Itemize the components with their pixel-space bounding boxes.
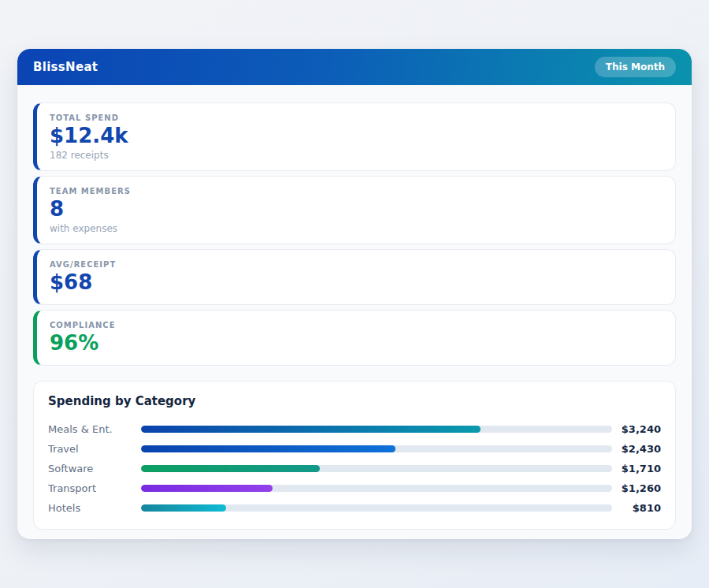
category-value: $3,240 bbox=[612, 423, 661, 435]
bar-track bbox=[141, 465, 612, 472]
category-label: Software bbox=[48, 463, 141, 474]
dashboard-content: TOTAL SPEND $12.4k 182 receipts TEAM MEM… bbox=[17, 85, 692, 539]
bar-fill-travel bbox=[141, 445, 395, 452]
category-row-meals: Meals & Ent. $3,240 bbox=[48, 419, 661, 439]
category-value: $1,260 bbox=[612, 482, 661, 494]
category-value: $1,710 bbox=[612, 463, 661, 474]
stat-label: AVG/RECEIPT bbox=[50, 260, 663, 269]
stat-subtext: 182 receipts bbox=[50, 150, 663, 161]
spending-by-category-panel: Spending by Category Meals & Ent. $3,240… bbox=[33, 381, 676, 530]
stat-card-total-spend: TOTAL SPEND $12.4k 182 receipts bbox=[33, 102, 676, 171]
stat-value: 96% bbox=[50, 332, 663, 355]
stat-card-avg-receipt: AVG/RECEIPT $68 bbox=[33, 249, 676, 305]
stat-label: TEAM MEMBERS bbox=[50, 187, 663, 195]
stat-subtext: with expenses bbox=[50, 223, 663, 234]
category-value: $810 bbox=[612, 502, 661, 514]
dashboard-window: BlissNeat This Month TOTAL SPEND $12.4k … bbox=[17, 49, 692, 539]
category-row-transport: Transport $1,260 bbox=[48, 478, 661, 498]
stat-card-compliance: COMPLIANCE 96% bbox=[33, 310, 676, 366]
stat-label: COMPLIANCE bbox=[50, 321, 663, 329]
bar-track bbox=[141, 445, 612, 452]
bar-fill-transport bbox=[141, 485, 273, 492]
stat-value: 8 bbox=[50, 198, 663, 221]
category-label: Travel bbox=[48, 443, 141, 455]
category-label: Transport bbox=[48, 482, 141, 494]
bar-fill-software bbox=[141, 465, 320, 472]
app-title: BlissNeat bbox=[33, 60, 98, 74]
category-row-software: Software $1,710 bbox=[48, 459, 661, 478]
bar-fill-meals bbox=[141, 426, 481, 433]
bar-track bbox=[141, 485, 612, 492]
category-label: Meals & Ent. bbox=[48, 423, 141, 435]
stat-card-team-members: TEAM MEMBERS 8 with expenses bbox=[33, 176, 676, 244]
category-row-hotels: Hotels $810 bbox=[48, 498, 661, 518]
stat-value: $68 bbox=[50, 271, 663, 295]
stat-value: $12.4k bbox=[50, 125, 663, 148]
category-value: $2,430 bbox=[612, 443, 661, 455]
section-title: Spending by Category bbox=[48, 394, 661, 408]
period-selector-badge[interactable]: This Month bbox=[595, 57, 676, 77]
category-row-travel: Travel $2,430 bbox=[48, 439, 661, 459]
bar-fill-hotels bbox=[141, 504, 226, 512]
stat-label: TOTAL SPEND bbox=[50, 114, 663, 122]
bar-track bbox=[141, 504, 612, 512]
category-label: Hotels bbox=[48, 502, 141, 514]
app-header: BlissNeat This Month bbox=[17, 49, 692, 85]
bar-track bbox=[141, 426, 612, 433]
